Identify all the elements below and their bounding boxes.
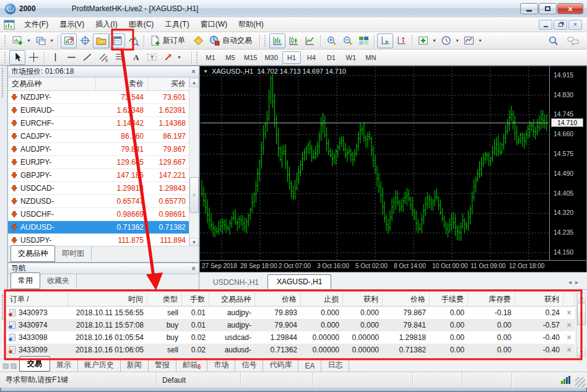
templates-button[interactable] xyxy=(461,33,477,48)
close-button[interactable]: × xyxy=(557,3,583,14)
terminal-tab-9[interactable]: EA xyxy=(298,360,321,372)
orders-col-3[interactable]: 手数 xyxy=(182,293,209,306)
autoscroll-button[interactable] xyxy=(377,33,393,48)
navigator-tab-0[interactable]: 常用 xyxy=(11,272,40,289)
dock-icon[interactable]: ▨ xyxy=(2,362,9,370)
text-label-button[interactable]: T xyxy=(144,50,160,65)
periods-button[interactable] xyxy=(438,33,454,48)
order-row[interactable]: 34309742018.10.11 15:57:08buy0.01audjpy-… xyxy=(6,319,575,331)
terminal-tab-8[interactable]: 代码库 xyxy=(263,359,298,372)
orders-col-8[interactable]: 价格 xyxy=(383,293,430,306)
terminal-tab-2[interactable]: 账户历史 xyxy=(78,359,121,372)
timeframe-m15[interactable]: M15 xyxy=(241,51,260,64)
orders-col-4[interactable]: 交易品种 xyxy=(209,293,255,306)
orders-col-6[interactable]: 止损 xyxy=(301,293,343,306)
dock-icon[interactable]: ▨ xyxy=(10,362,16,370)
market-watch-scrollbar[interactable]: ▲ ≡ ▼ xyxy=(189,78,199,247)
timeframe-d1[interactable]: D1 xyxy=(322,51,341,64)
timeframe-m5[interactable]: M5 xyxy=(221,51,240,64)
close-order-button[interactable]: × xyxy=(563,321,575,329)
terminal-tab-7[interactable]: 信号 xyxy=(235,359,263,372)
market-watch-tab-0[interactable]: 交易品种 xyxy=(11,245,55,262)
search-button[interactable] xyxy=(545,33,561,48)
title-bar[interactable]: 2000 ProfitMarketHK-Live2 - [XAGUSD-,H1]… xyxy=(0,0,587,17)
strategy-tester-button[interactable] xyxy=(125,33,141,48)
market-watch-col-2[interactable]: 买价 xyxy=(148,77,190,90)
order-row[interactable]: 34330982018.10.16 01:05:54buy0.02usdcad-… xyxy=(6,331,575,344)
terminal-tab-10[interactable]: 日志 xyxy=(321,359,349,372)
maximize-button[interactable] xyxy=(539,3,557,14)
market-watch-row[interactable]: EURAUD-1.623481.62391 xyxy=(8,104,199,117)
horizontal-line-button[interactable] xyxy=(63,50,79,65)
market-watch-row[interactable]: CADJPY-86.16086.197 xyxy=(8,130,199,143)
chart-bars-button[interactable] xyxy=(269,33,285,48)
scrollbar-thumb[interactable]: ≡ xyxy=(189,177,199,213)
arrows-dropdown-caret-icon[interactable]: ▾ xyxy=(176,54,183,60)
terminal-tab-3[interactable]: 新闻 xyxy=(121,359,149,372)
market-watch-row[interactable]: AUDUSD-0.713620.71382 xyxy=(8,221,199,234)
periods-dropdown-caret-icon[interactable]: ▾ xyxy=(454,38,461,43)
scroll-up-icon[interactable]: ▲ xyxy=(577,293,586,302)
profiles-dropdown-caret-icon[interactable]: ▾ xyxy=(48,38,55,43)
zoom-out-button[interactable] xyxy=(339,33,355,48)
market-watch-row[interactable]: NZDJPY-73.54473.601 xyxy=(8,91,199,104)
navigator-tab-1[interactable]: 收藏夹 xyxy=(40,274,77,288)
time-axis[interactable]: 27 Sep 201828 Sep 18:002 Oct 07:003 Oct … xyxy=(200,260,586,272)
minimize-button[interactable] xyxy=(520,3,538,14)
toolbar-grip[interactable] xyxy=(4,35,7,46)
terminal-tab-5[interactable]: 邮箱6 xyxy=(176,359,208,372)
orders-col-11[interactable]: 获利 xyxy=(515,293,563,306)
chart-candles-button[interactable] xyxy=(285,33,302,48)
menu-item-5[interactable]: 工具(T) xyxy=(159,18,194,30)
close-order-button[interactable]: × xyxy=(563,346,575,354)
tile-windows-button[interactable] xyxy=(355,33,372,48)
order-row[interactable]: 34330992018.10.16 01:06:05sell0.02audusd… xyxy=(6,344,575,356)
market-watch-row[interactable]: EURJPY-129.645129.667 xyxy=(8,156,199,169)
market-watch-col-0[interactable]: 交易品种 xyxy=(8,77,96,90)
panel-grip[interactable] xyxy=(0,66,7,291)
trendline-button[interactable] xyxy=(79,50,95,65)
indicators-dropdown-caret-icon[interactable]: ▾ xyxy=(431,38,438,43)
timeframe-w1[interactable]: W1 xyxy=(342,51,360,64)
order-row[interactable]: 34309732018.10.11 15:56:55sell0.01audjpy… xyxy=(6,307,575,319)
terminal-tab-0[interactable]: 交易 xyxy=(19,356,50,372)
zoom-in-button[interactable] xyxy=(323,33,339,48)
market-watch-button[interactable] xyxy=(61,33,77,48)
market-watch-row[interactable]: NZDUSD-0.657470.65770 xyxy=(8,195,199,208)
mdi-minimize-button[interactable] xyxy=(539,20,552,30)
close-order-button[interactable]: × xyxy=(563,333,575,342)
menu-item-3[interactable]: 插入(I) xyxy=(90,18,123,30)
orders-col-5[interactable]: 价格 xyxy=(255,293,301,306)
cursor-button[interactable] xyxy=(9,50,25,65)
orders-col-1[interactable]: 时间 xyxy=(68,293,147,306)
market-watch-row[interactable]: EURCHF-1.143421.14368 xyxy=(8,117,199,130)
timeframe-h4[interactable]: H4 xyxy=(302,51,321,64)
menu-item-7[interactable]: 帮助(H) xyxy=(233,18,269,30)
toolbar-grip[interactable] xyxy=(196,52,199,63)
timeframe-h1[interactable]: H1 xyxy=(282,51,301,64)
arrows-button[interactable] xyxy=(160,50,176,65)
mdi-restore-button[interactable] xyxy=(554,20,567,30)
price-chart[interactable] xyxy=(201,67,549,261)
orders-col-0[interactable]: 订单 / xyxy=(6,293,68,306)
scroll-up-icon[interactable]: ▲ xyxy=(189,78,199,87)
terminal-scrollbar[interactable]: ▲ ≡ ▼ xyxy=(576,293,586,357)
data-window-button[interactable] xyxy=(77,33,93,48)
market-watch-row[interactable]: USDCAD-1.298181.29843 xyxy=(8,182,199,195)
chart-tab-1[interactable]: XAGUSD-,H1 xyxy=(267,274,331,289)
new-chart-button[interactable] xyxy=(9,33,25,48)
indicators-button[interactable] xyxy=(415,33,431,48)
terminal-tab-6[interactable]: 市场 xyxy=(207,359,235,372)
navigator-close-icon[interactable]: × xyxy=(191,266,196,272)
status-profile[interactable]: Default xyxy=(157,372,241,388)
market-watch-col-1[interactable]: 卖价 xyxy=(96,77,148,90)
terminal-tab-4[interactable]: 警报 xyxy=(149,359,176,372)
terminal-tab-1[interactable]: 展示 xyxy=(50,359,78,372)
mdi-close-button[interactable]: × xyxy=(568,20,582,30)
autotrading-button[interactable]: 自动交易 xyxy=(206,33,257,48)
orders-col-7[interactable]: 获利 xyxy=(343,293,383,306)
fibonacci-button[interactable]: F xyxy=(111,50,128,65)
crosshair-button[interactable] xyxy=(25,50,41,65)
terminal-button[interactable] xyxy=(109,33,125,48)
market-watch-tab-1[interactable]: 即时图 xyxy=(55,246,92,261)
